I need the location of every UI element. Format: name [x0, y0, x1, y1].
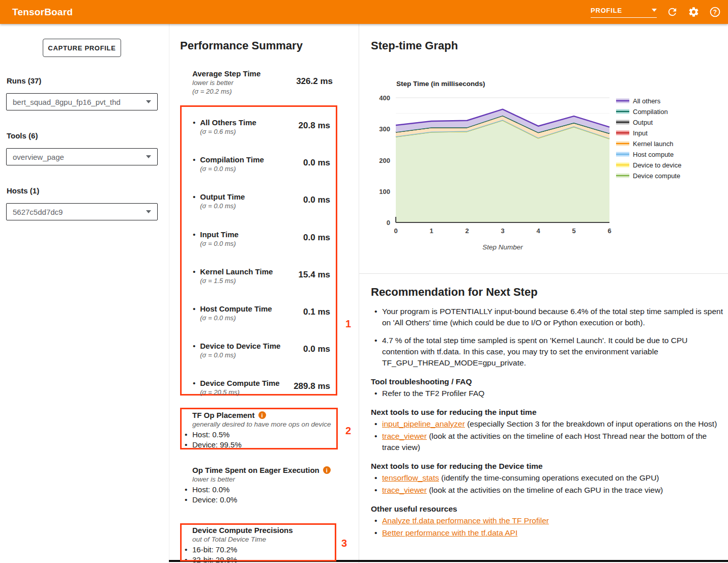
- list-item: Device: 99.5%: [180, 440, 338, 450]
- hosts-select[interactable]: 5627c5dd7dc9: [6, 203, 158, 220]
- breakdown-value: 0.0 ms: [303, 233, 330, 248]
- breakdown-sigma: (σ = 0.0 ms): [200, 314, 272, 322]
- svg-text:Step Time (in milliseconds): Step Time (in milliseconds): [396, 80, 485, 88]
- breakdown-row: •Host Compute Time(σ = 0.0 ms)0.1 ms: [193, 304, 330, 322]
- rec-section-list: tensorflow_stats (identify the time-cons…: [371, 472, 724, 496]
- help-icon[interactable]: ?: [709, 6, 721, 18]
- breakdown-sigma: (σ = 20.5 ms): [200, 388, 279, 397]
- breakdown-label: Kernel Launch Time: [200, 267, 273, 276]
- svg-text:100: 100: [379, 188, 390, 195]
- svg-text:3: 3: [501, 227, 504, 235]
- performance-summary-panel: Performance Summary Average Step Time lo…: [169, 24, 359, 563]
- refresh-icon[interactable]: [666, 6, 678, 18]
- breakdown-row: •All Others Time(σ = 0.6 ms)20.8 ms: [193, 118, 330, 136]
- tools-select[interactable]: overview_page: [6, 148, 158, 165]
- rec-item: Analyze tf.data performance with the TF …: [371, 515, 724, 526]
- runs-select[interactable]: bert_squad_8gpu_fp16_pvt_thd: [6, 93, 158, 110]
- bullet-dot: •: [193, 378, 195, 397]
- page-bottom-edge: [169, 560, 728, 562]
- rec-link[interactable]: tensorflow_stats: [382, 473, 439, 482]
- breakdown-row: •Kernel Launch Time(σ = 1.5 ms)15.4 ms: [193, 267, 330, 285]
- info-icon[interactable]: i: [258, 411, 266, 419]
- svg-text:Device compute: Device compute: [633, 172, 680, 180]
- svg-text:All others: All others: [633, 97, 661, 105]
- app-header: TensorBoard PROFILE ?: [0, 0, 728, 24]
- breakdown-label: Compilation Time: [200, 155, 264, 164]
- svg-text:200: 200: [379, 157, 390, 164]
- rec-section-heading: Next tools to use for reducing the input…: [371, 408, 724, 417]
- rec-item: input_pipeline_analyzer (especially Sect…: [371, 418, 724, 430]
- bullet-dot: •: [193, 155, 195, 173]
- app-title: TensorBoard: [12, 7, 73, 18]
- bullet-dot: •: [193, 192, 195, 210]
- info-icon[interactable]: i: [323, 466, 331, 474]
- svg-text:Step Number: Step Number: [482, 243, 523, 251]
- recommendation-bullets: Your program is POTENTIALLY input-bound …: [371, 306, 724, 369]
- breakdown-sigma: (σ = 0.0 ms): [200, 202, 245, 210]
- annotation-number-2: 2: [345, 425, 351, 437]
- svg-text:6: 6: [607, 227, 611, 235]
- breakdown-label: Host Compute Time: [200, 304, 272, 314]
- average-step-time-value: 326.2 ms: [296, 76, 333, 96]
- rec-section-list: input_pipeline_analyzer (especially Sect…: [371, 418, 724, 453]
- breakdown-label: All Others Time: [200, 118, 256, 127]
- svg-text:400: 400: [379, 94, 390, 102]
- breakdown-value: 0.1 ms: [303, 307, 330, 322]
- breakdown-value: 0.0 ms: [303, 344, 330, 359]
- dashboard-selector[interactable]: PROFILE: [591, 7, 657, 18]
- chevron-down-icon: [652, 9, 657, 12]
- right-panel: Step-time Graph Step Time (in millisecon…: [359, 24, 728, 563]
- breakdown-row: •Compilation Time(σ = 0.0 ms)0.0 ms: [193, 155, 330, 173]
- tools-select-value: overview_page: [13, 153, 64, 161]
- runs-label: Runs (37): [7, 76, 41, 85]
- annotation-number-1: 1: [345, 318, 351, 330]
- dashboard-selector-value: PROFILE: [591, 7, 622, 14]
- breakdown-sigma: (σ = 0.0 ms): [200, 351, 280, 359]
- rec-item: Refer to the TF2 Profiler FAQ: [371, 388, 724, 399]
- rec-section-list: Refer to the TF2 Profiler FAQ: [371, 388, 724, 399]
- breakdown-row: •Output Time(σ = 0.0 ms)0.0 ms: [193, 192, 330, 210]
- step-time-graph-title: Step-time Graph: [371, 39, 458, 52]
- hosts-label: Hosts (1): [7, 186, 39, 195]
- list-item: 4.7 % of the total step time sampled is …: [371, 335, 724, 369]
- eager-execution-block: Op Time Spent on Eager Execution i lower…: [180, 466, 338, 504]
- breakdown-row: •Input Time(σ = 0.0 ms)0.0 ms: [193, 230, 330, 248]
- bullet-dot: •: [193, 118, 195, 136]
- runs-select-value: bert_squad_8gpu_fp16_pvt_thd: [13, 98, 121, 106]
- annotation-number-3: 3: [341, 538, 347, 549]
- list-item: Your program is POTENTIALLY input-bound …: [371, 306, 724, 328]
- eager-execution-items: Host: 0.0%Device: 0.0%: [180, 485, 338, 504]
- breakdown-sigma: (σ = 1.5 ms): [200, 276, 273, 285]
- rec-link[interactable]: trace_viewer: [382, 432, 427, 440]
- average-step-time-sigma: (σ = 20.2 ms): [192, 87, 260, 96]
- chevron-down-icon: [146, 100, 151, 103]
- bullet-dot: •: [193, 304, 195, 322]
- eager-execution-subtitle: lower is better: [192, 475, 338, 483]
- capture-profile-button[interactable]: CAPTURE PROFILE: [43, 39, 121, 57]
- average-step-time-label: Average Step Time: [192, 69, 260, 78]
- svg-text:Device to device: Device to device: [633, 161, 681, 169]
- svg-text:0: 0: [394, 227, 397, 235]
- list-item: Host: 0.0%: [180, 485, 338, 495]
- average-step-time-row: Average Step Time lower is better (σ = 2…: [192, 69, 333, 96]
- rec-section-heading: Other useful resources: [371, 504, 724, 514]
- device-precisions-block: Device Compute Precisions out of Total D…: [180, 526, 338, 563]
- svg-text:300: 300: [379, 125, 390, 133]
- rec-link[interactable]: trace_viewer: [382, 486, 427, 494]
- rec-link[interactable]: input_pipeline_analyzer: [382, 419, 465, 428]
- device-precisions-title: Device Compute Precisions: [192, 526, 293, 534]
- settings-gear-icon[interactable]: [687, 6, 700, 18]
- eager-execution-title: Op Time Spent on Eager Execution: [192, 466, 319, 474]
- svg-text:1: 1: [429, 227, 433, 235]
- device-precisions-subtitle: out of Total Device Time: [192, 536, 338, 543]
- svg-text:5: 5: [572, 227, 575, 235]
- rec-section-heading: Tool troubleshooting / FAQ: [371, 377, 724, 386]
- breakdown-value: 289.8 ms: [294, 381, 330, 397]
- rec-link[interactable]: Better performance with the tf.data API: [382, 528, 517, 537]
- breakdown-value: 0.0 ms: [303, 195, 330, 210]
- svg-text:?: ?: [713, 9, 716, 16]
- sidebar: CAPTURE PROFILE Runs (37) bert_squad_8gp…: [0, 24, 169, 563]
- performance-summary-title: Performance Summary: [180, 39, 303, 52]
- breakdown-label: Device Compute Time: [200, 378, 279, 388]
- rec-link[interactable]: Analyze tf.data performance with the TF …: [382, 516, 549, 525]
